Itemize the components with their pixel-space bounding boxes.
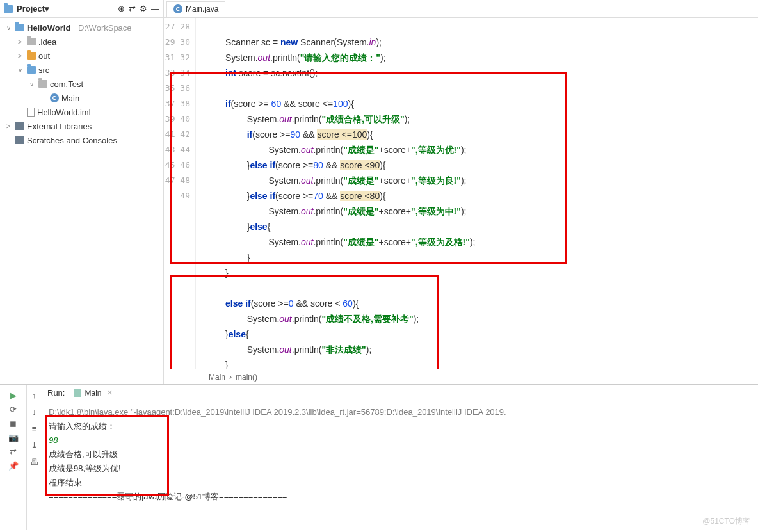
editor-pane: CMain.java 27 28 29 30 31 32 33 34 35 36… (164, 0, 758, 384)
code-area[interactable]: 27 28 29 30 31 32 33 34 35 36 37 38 39 4… (164, 18, 758, 369)
print-icon[interactable]: 🖶 (28, 455, 41, 468)
console-output[interactable]: D:\jdk1.8\bin\java.exe "-javaagent:D:\id… (42, 401, 758, 530)
run-toolbar-left: ▶ ⟳ ◼ 📷 ⇄ 📌 (0, 385, 27, 530)
camera-icon[interactable]: 📷 (7, 431, 20, 444)
close-icon[interactable]: ✕ (107, 389, 113, 397)
scroll-icon[interactable]: ⤓ (28, 439, 41, 451)
up-icon[interactable]: ↑ (28, 389, 41, 401)
collapse-icon[interactable]: ⇄ (129, 4, 136, 13)
tree-item-iml[interactable]: HelloWorld.iml (0, 105, 163, 119)
folder-icon (27, 52, 36, 60)
console-command: D:\jdk1.8\bin\java.exe "-javaagent:D:\id… (49, 405, 752, 419)
console-line: 成绩是98,等级为优! (49, 462, 752, 476)
gutter: 27 28 29 30 31 32 33 34 35 36 37 38 39 4… (164, 18, 196, 369)
run-label: Run: (47, 388, 65, 398)
scratches-icon (15, 136, 24, 144)
stop-button[interactable]: ◼ (7, 417, 20, 430)
settings-icon[interactable]: ⇄ (7, 445, 20, 458)
watermark: @51CTO博客 (702, 516, 750, 527)
run-tab[interactable]: Main✕ (70, 387, 117, 399)
breadcrumb[interactable]: Main›main() (164, 369, 758, 384)
console-line: 请输入您的成绩： (49, 419, 752, 433)
tree-item-package[interactable]: ∨com.Test (0, 77, 163, 91)
tree-item-libs[interactable]: >External Libraries (0, 119, 163, 133)
project-dropdown[interactable]: Project▾ (17, 4, 49, 13)
package-icon (38, 80, 47, 88)
tree-item-src[interactable]: ∨src (0, 63, 163, 77)
pin-icon[interactable]: 📌 (7, 459, 20, 472)
class-icon: C (50, 93, 59, 102)
tree-item-idea[interactable]: >.idea (0, 35, 163, 49)
run-panel: ▶ ⟳ ◼ 📷 ⇄ 📌 ↑ ↓ ≡ ⤓ 🖶 Run: Main✕ D:\jdk1… (0, 384, 758, 530)
folder-icon (27, 66, 36, 74)
editor-tab-bar: CMain.java (164, 0, 758, 18)
file-icon (27, 108, 35, 117)
tree-item-main[interactable]: CMain (0, 91, 163, 105)
library-icon (15, 122, 24, 130)
run-header: Run: Main✕ (42, 385, 758, 401)
gear-icon[interactable]: ⚙ (140, 4, 147, 13)
editor-tab-main[interactable]: CMain.java (166, 1, 225, 17)
debug-button[interactable]: ⟳ (7, 403, 20, 415)
class-icon: C (173, 4, 182, 13)
run-toolbar-2: ↑ ↓ ≡ ⤓ 🖶 (27, 385, 42, 530)
run-button[interactable]: ▶ (7, 389, 20, 401)
wrap-icon[interactable]: ≡ (28, 422, 41, 435)
down-icon[interactable]: ↓ (28, 405, 41, 418)
project-toolbar: Project▾ ⊕ ⇄ ⚙ — (0, 0, 163, 18)
folder-icon (27, 38, 36, 45)
console-line: 程序结束 (49, 476, 752, 490)
folder-icon (15, 24, 24, 31)
console-line: 成绩合格,可以升级 (49, 447, 752, 462)
project-sidebar: Project▾ ⊕ ⇄ ⚙ — ∨HelloWorld D:\WorkSpac… (0, 0, 164, 384)
console-input: 98 (49, 433, 752, 447)
project-icon (4, 4, 13, 13)
tree-item-scratches[interactable]: Scratches and Consoles (0, 133, 163, 147)
console-line: ==============磊哥的java历险记-@51博客==========… (49, 490, 752, 504)
code-content[interactable]: Scanner sc = new Scanner(System.in); Sys… (196, 18, 758, 369)
project-tree: ∨HelloWorld D:\WorkSpace >.idea >out ∨sr… (0, 18, 163, 150)
hide-icon[interactable]: — (151, 4, 159, 13)
tree-item-out[interactable]: >out (0, 49, 163, 63)
target-icon[interactable]: ⊕ (118, 4, 125, 13)
tree-root[interactable]: ∨HelloWorld D:\WorkSpace (0, 20, 163, 35)
